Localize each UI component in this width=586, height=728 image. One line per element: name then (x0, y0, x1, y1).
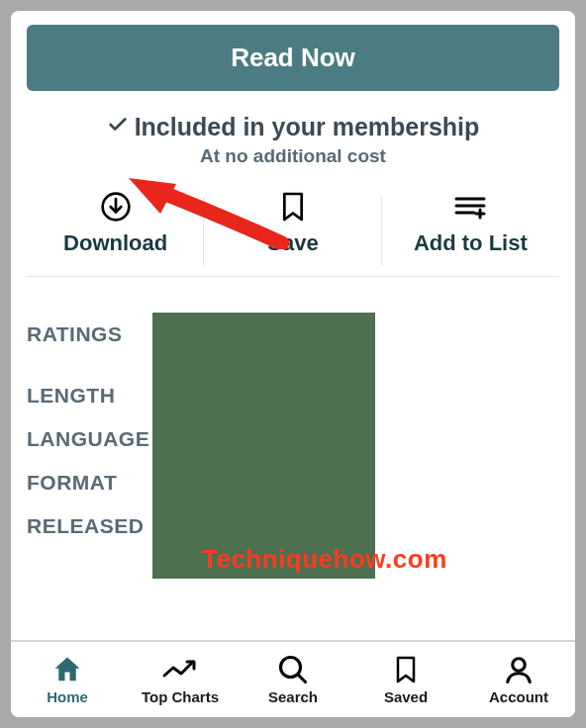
download-action[interactable]: Download (27, 191, 204, 256)
watermark-text: Techniquehow.com (202, 544, 447, 575)
membership-subtitle: At no additional cost (27, 145, 559, 167)
add-to-list-label: Add to List (414, 230, 528, 256)
read-now-button[interactable]: Read Now (27, 25, 559, 91)
search-icon (278, 654, 308, 685)
actions-row: Download Save Add to List (27, 191, 559, 277)
bottom-nav: Home Top Charts Search Saved Account (11, 640, 575, 717)
app-frame: Read Now Included in your membership At … (11, 11, 575, 717)
nav-saved-label: Saved (384, 688, 428, 705)
content-area: Read Now Included in your membership At … (11, 11, 575, 640)
list-add-icon (452, 191, 488, 223)
nav-saved[interactable]: Saved (349, 642, 462, 717)
download-label: Download (63, 230, 167, 256)
details-section: RATINGS LENGTH LANGUAGE FORMAT RELEASED … (27, 313, 559, 548)
nav-search-label: Search (268, 688, 318, 705)
nav-home-label: Home (47, 688, 88, 705)
svg-line-8 (298, 675, 306, 682)
home-icon (51, 654, 83, 685)
nav-top-charts[interactable]: Top Charts (124, 642, 237, 717)
download-icon (100, 191, 132, 223)
svg-point-9 (513, 659, 526, 672)
nav-search[interactable]: Search (237, 642, 349, 717)
membership-block: Included in your membership At no additi… (27, 113, 559, 167)
membership-title: Included in your membership (135, 113, 480, 141)
saved-icon (394, 654, 418, 685)
account-icon (504, 654, 534, 685)
check-icon (107, 113, 129, 141)
add-to-list-action[interactable]: Add to List (382, 191, 559, 256)
bookmark-icon (280, 191, 306, 223)
membership-line: Included in your membership (107, 113, 480, 141)
nav-account-label: Account (489, 688, 548, 705)
save-label: Save (267, 230, 318, 256)
save-action[interactable]: Save (204, 191, 381, 256)
nav-account[interactable]: Account (462, 642, 575, 717)
chart-icon (161, 654, 199, 685)
nav-home[interactable]: Home (11, 642, 124, 717)
nav-top-charts-label: Top Charts (142, 688, 219, 705)
redaction-overlay (152, 313, 375, 579)
